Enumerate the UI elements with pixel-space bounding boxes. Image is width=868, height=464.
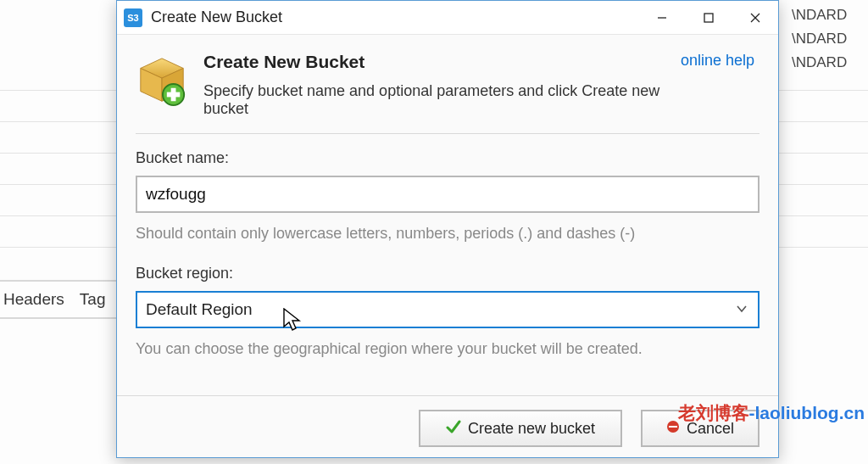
- bucket-region-label: Bucket region:: [136, 265, 760, 282]
- create-bucket-button-label: Create new bucket: [468, 420, 595, 438]
- bucket-name-hint: Should contain only lowercase letters, n…: [136, 225, 760, 243]
- window-title: Create New Bucket: [151, 8, 638, 26]
- maximize-button[interactable]: [685, 1, 732, 35]
- svg-rect-9: [167, 92, 181, 98]
- bucket-name-input[interactable]: [136, 176, 760, 213]
- create-bucket-dialog: S3 Create New Bucket: [116, 0, 779, 458]
- bucket-region-select[interactable]: Default Region: [136, 291, 760, 328]
- background-column: \NDARD \NDARD \NDARD: [792, 0, 868, 75]
- dialog-header: Create New Bucket Specify bucket name an…: [117, 35, 778, 133]
- cancel-button-label: Cancel: [687, 420, 734, 438]
- cancel-icon: [666, 420, 680, 438]
- create-bucket-button[interactable]: Create new bucket: [419, 410, 622, 447]
- close-button[interactable]: [732, 1, 778, 35]
- titlebar: S3 Create New Bucket: [117, 1, 778, 35]
- online-help-link[interactable]: online help: [681, 52, 754, 70]
- background-tabs: Headers Tag: [0, 280, 119, 319]
- chevron-down-icon: [736, 300, 748, 319]
- tab-headers[interactable]: Headers: [3, 290, 64, 309]
- dialog-footer: Create new bucket Cancel: [117, 395, 778, 457]
- bucket-region-hint: You can choose the geographical region w…: [136, 340, 760, 358]
- tab-tags[interactable]: Tag: [80, 290, 106, 309]
- bg-cell: \NDARD: [792, 3, 868, 27]
- svg-rect-1: [704, 14, 713, 22]
- bucket-name-label: Bucket name:: [136, 149, 760, 167]
- s3-app-icon: S3: [124, 8, 142, 27]
- bucket-region-value: Default Region: [146, 300, 253, 319]
- bucket-add-icon: [136, 55, 188, 108]
- dialog-heading: Create New Bucket: [203, 52, 672, 72]
- check-icon: [446, 419, 461, 439]
- bg-cell: \NDARD: [792, 51, 868, 75]
- dialog-subheading: Specify bucket name and optional paramet…: [203, 82, 672, 118]
- svg-rect-12: [669, 426, 677, 428]
- cancel-button[interactable]: Cancel: [641, 410, 760, 447]
- bg-cell: \NDARD: [792, 27, 868, 51]
- minimize-button[interactable]: [638, 1, 685, 35]
